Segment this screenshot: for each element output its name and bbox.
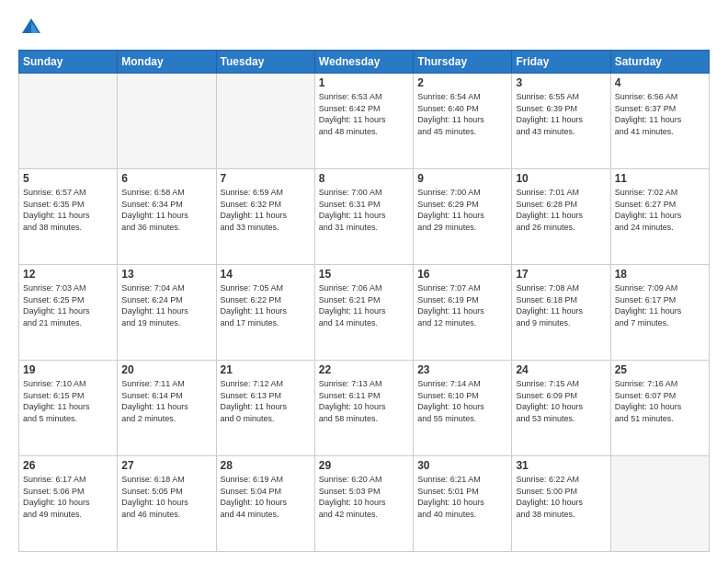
day-info: Sunrise: 6:17 AM Sunset: 5:06 PM Dayligh… [23,474,113,520]
day-number: 10 [516,172,606,185]
day-number: 16 [417,268,507,281]
calendar-cell: 7Sunrise: 6:59 AM Sunset: 6:32 PM Daylig… [216,169,314,265]
day-number: 15 [319,268,409,281]
day-number: 11 [615,172,705,185]
day-info: Sunrise: 7:16 AM Sunset: 6:07 PM Dayligh… [615,378,705,424]
day-number: 4 [615,76,705,89]
day-info: Sunrise: 7:01 AM Sunset: 6:28 PM Dayligh… [516,187,606,233]
calendar-cell: 19Sunrise: 7:10 AM Sunset: 6:15 PM Dayli… [19,361,118,456]
day-number: 24 [516,363,606,376]
calendar-cell [216,74,314,169]
day-number: 12 [23,268,113,281]
week-row-3: 12Sunrise: 7:03 AM Sunset: 6:25 PM Dayli… [19,265,710,361]
day-number: 18 [615,268,705,281]
day-number: 1 [319,76,409,89]
day-number: 5 [23,172,113,185]
col-header-friday: Friday [512,51,610,74]
calendar-table: SundayMondayTuesdayWednesdayThursdayFrid… [18,50,710,552]
page: SundayMondayTuesdayWednesdayThursdayFrid… [0,0,728,563]
day-number: 8 [319,172,409,185]
col-header-monday: Monday [118,51,216,74]
day-number: 6 [121,172,211,185]
day-number: 19 [23,363,113,376]
col-header-saturday: Saturday [610,51,709,74]
day-number: 20 [121,363,211,376]
day-info: Sunrise: 7:02 AM Sunset: 6:27 PM Dayligh… [615,187,705,233]
day-info: Sunrise: 7:13 AM Sunset: 6:11 PM Dayligh… [319,378,409,424]
day-number: 28 [221,459,311,472]
day-number: 23 [417,363,507,376]
day-info: Sunrise: 6:54 AM Sunset: 6:40 PM Dayligh… [417,91,507,137]
logo-icon [18,15,44,40]
day-info: Sunrise: 6:58 AM Sunset: 6:34 PM Dayligh… [121,187,211,233]
calendar-cell: 2Sunrise: 6:54 AM Sunset: 6:40 PM Daylig… [414,74,512,169]
week-row-1: 1Sunrise: 6:53 AM Sunset: 6:42 PM Daylig… [19,74,710,169]
col-header-wednesday: Wednesday [314,51,413,74]
day-number: 22 [319,363,409,376]
calendar-cell: 13Sunrise: 7:04 AM Sunset: 6:24 PM Dayli… [118,265,216,361]
calendar-cell: 29Sunrise: 6:20 AM Sunset: 5:03 PM Dayli… [314,456,413,552]
day-number: 25 [615,363,705,376]
calendar-cell: 18Sunrise: 7:09 AM Sunset: 6:17 PM Dayli… [610,265,709,361]
calendar-cell: 4Sunrise: 6:56 AM Sunset: 6:37 PM Daylig… [610,74,709,169]
day-number: 17 [516,268,606,281]
day-info: Sunrise: 7:05 AM Sunset: 6:22 PM Dayligh… [221,282,311,328]
calendar-cell: 3Sunrise: 6:55 AM Sunset: 6:39 PM Daylig… [512,74,610,169]
calendar-cell: 20Sunrise: 7:11 AM Sunset: 6:14 PM Dayli… [118,361,216,456]
day-number: 13 [121,268,211,281]
calendar-cell: 8Sunrise: 7:00 AM Sunset: 6:31 PM Daylig… [314,169,413,265]
day-info: Sunrise: 6:21 AM Sunset: 5:01 PM Dayligh… [417,474,507,520]
day-info: Sunrise: 7:11 AM Sunset: 6:14 PM Dayligh… [121,378,211,424]
day-info: Sunrise: 7:08 AM Sunset: 6:18 PM Dayligh… [516,282,606,328]
col-header-sunday: Sunday [19,51,118,74]
calendar-cell [19,74,118,169]
day-number: 26 [23,459,113,472]
day-info: Sunrise: 7:07 AM Sunset: 6:19 PM Dayligh… [417,282,507,328]
day-number: 9 [417,172,507,185]
calendar-cell: 26Sunrise: 6:17 AM Sunset: 5:06 PM Dayli… [19,456,118,552]
calendar-cell: 27Sunrise: 6:18 AM Sunset: 5:05 PM Dayli… [118,456,216,552]
day-info: Sunrise: 7:14 AM Sunset: 6:10 PM Dayligh… [417,378,507,424]
calendar-cell: 14Sunrise: 7:05 AM Sunset: 6:22 PM Dayli… [216,265,314,361]
day-info: Sunrise: 7:09 AM Sunset: 6:17 PM Dayligh… [615,282,705,328]
day-number: 2 [417,76,507,89]
calendar-cell: 25Sunrise: 7:16 AM Sunset: 6:07 PM Dayli… [610,361,709,456]
day-info: Sunrise: 7:15 AM Sunset: 6:09 PM Dayligh… [516,378,606,424]
week-row-4: 19Sunrise: 7:10 AM Sunset: 6:15 PM Dayli… [19,361,710,456]
day-info: Sunrise: 6:56 AM Sunset: 6:37 PM Dayligh… [615,91,705,137]
day-info: Sunrise: 7:04 AM Sunset: 6:24 PM Dayligh… [121,282,211,328]
day-number: 21 [221,363,311,376]
day-info: Sunrise: 6:59 AM Sunset: 6:32 PM Dayligh… [221,187,311,233]
day-info: Sunrise: 6:22 AM Sunset: 5:00 PM Dayligh… [516,474,606,520]
day-number: 29 [319,459,409,472]
day-info: Sunrise: 6:53 AM Sunset: 6:42 PM Dayligh… [319,91,409,137]
calendar-cell: 24Sunrise: 7:15 AM Sunset: 6:09 PM Dayli… [512,361,610,456]
day-info: Sunrise: 7:06 AM Sunset: 6:21 PM Dayligh… [319,282,409,328]
day-number: 27 [121,459,211,472]
calendar-cell: 15Sunrise: 7:06 AM Sunset: 6:21 PM Dayli… [314,265,413,361]
calendar-cell [610,456,709,552]
col-header-thursday: Thursday [414,51,512,74]
day-info: Sunrise: 6:19 AM Sunset: 5:04 PM Dayligh… [221,474,311,520]
calendar-cell: 31Sunrise: 6:22 AM Sunset: 5:00 PM Dayli… [512,456,610,552]
calendar-cell: 28Sunrise: 6:19 AM Sunset: 5:04 PM Dayli… [216,456,314,552]
calendar-cell: 16Sunrise: 7:07 AM Sunset: 6:19 PM Dayli… [414,265,512,361]
calendar-cell: 1Sunrise: 6:53 AM Sunset: 6:42 PM Daylig… [314,74,413,169]
calendar-cell: 17Sunrise: 7:08 AM Sunset: 6:18 PM Dayli… [512,265,610,361]
day-info: Sunrise: 7:03 AM Sunset: 6:25 PM Dayligh… [23,282,113,328]
day-info: Sunrise: 7:12 AM Sunset: 6:13 PM Dayligh… [221,378,311,424]
calendar-cell: 11Sunrise: 7:02 AM Sunset: 6:27 PM Dayli… [610,169,709,265]
calendar-cell: 9Sunrise: 7:00 AM Sunset: 6:29 PM Daylig… [414,169,512,265]
day-number: 3 [516,76,606,89]
day-info: Sunrise: 7:10 AM Sunset: 6:15 PM Dayligh… [23,378,113,424]
week-row-5: 26Sunrise: 6:17 AM Sunset: 5:06 PM Dayli… [19,456,710,552]
calendar-cell [118,74,216,169]
logo [18,15,48,40]
day-info: Sunrise: 6:18 AM Sunset: 5:05 PM Dayligh… [121,474,211,520]
calendar-cell: 5Sunrise: 6:57 AM Sunset: 6:35 PM Daylig… [19,169,118,265]
day-info: Sunrise: 6:20 AM Sunset: 5:03 PM Dayligh… [319,474,409,520]
calendar-cell: 6Sunrise: 6:58 AM Sunset: 6:34 PM Daylig… [118,169,216,265]
day-info: Sunrise: 7:00 AM Sunset: 6:31 PM Dayligh… [319,187,409,233]
calendar-cell: 30Sunrise: 6:21 AM Sunset: 5:01 PM Dayli… [414,456,512,552]
week-row-2: 5Sunrise: 6:57 AM Sunset: 6:35 PM Daylig… [19,169,710,265]
